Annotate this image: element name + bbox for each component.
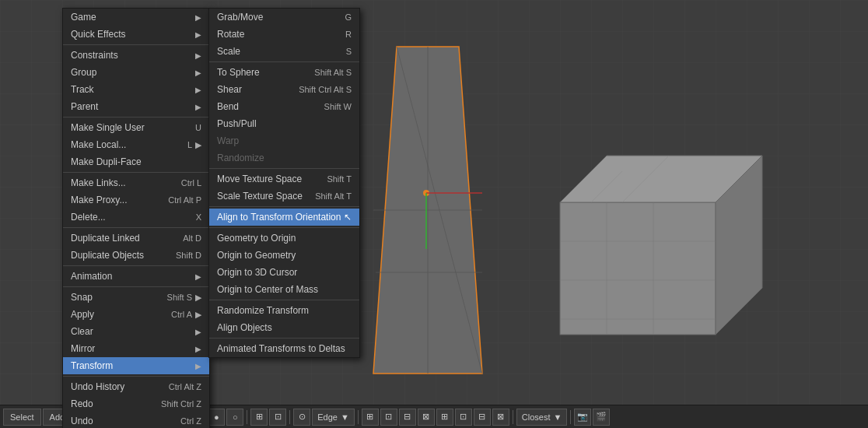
svg-rect-10 bbox=[560, 202, 716, 335]
menu-item-make-dupli-face-label: Make Dupli-Face bbox=[71, 156, 142, 167]
menu-item-duplicate-linked[interactable]: Duplicate Linked Alt D bbox=[63, 230, 209, 247]
menu-item-constraints[interactable]: Constraints ▶ bbox=[63, 47, 209, 64]
menu-sep-5 bbox=[63, 265, 209, 266]
menu2-sep-3 bbox=[209, 206, 359, 207]
menu-item-parent[interactable]: Parent ▶ bbox=[63, 98, 209, 115]
menu2-sep-6 bbox=[209, 338, 359, 339]
menu-item-clear-label: Clear bbox=[71, 326, 93, 337]
menu-item-game[interactable]: Game ▶ bbox=[63, 9, 209, 26]
menu-item-snap[interactable]: Snap Shift S ▶ bbox=[63, 289, 209, 306]
menu-item-duplicate-objects[interactable]: Duplicate Objects Shift D bbox=[63, 247, 209, 264]
menu-item-make-proxy-shortcut: Ctrl Alt P bbox=[168, 195, 201, 205]
menu-item-group[interactable]: Group ▶ bbox=[63, 64, 209, 81]
menu-item-animation[interactable]: Animation ▶ bbox=[63, 268, 209, 285]
menu-item-animation-label: Animation bbox=[71, 271, 112, 282]
snap-options[interactable]: ⊡ bbox=[269, 409, 286, 426]
icon-grid4[interactable]: ⊠ bbox=[418, 409, 435, 426]
menu-item-rotate-label: Rotate bbox=[217, 29, 244, 40]
menu-item-origin-to-3d-cursor[interactable]: Origin to 3D Cursor bbox=[209, 264, 359, 281]
menu-item-move-texture-space[interactable]: Move Texture Space Shift T bbox=[209, 170, 359, 188]
menu-item-scale-texture-space[interactable]: Scale Texture Space Shift Alt T bbox=[209, 188, 359, 205]
context-menu-level1: Game ▶ Quick Effects ▶ Constraints ▶ Gro… bbox=[62, 8, 210, 428]
menu-item-apply[interactable]: Apply Ctrl A ▶ bbox=[63, 306, 209, 323]
icon-grid7[interactable]: ⊟ bbox=[474, 409, 491, 426]
icon-render[interactable]: 🎬 bbox=[593, 409, 610, 426]
menu-item-delete-label: Delete... bbox=[71, 212, 106, 223]
menu-item-transform-arrow: ▶ bbox=[195, 362, 201, 370]
menu-item-game-label: Game bbox=[71, 12, 96, 23]
icon-grid3[interactable]: ⊟ bbox=[399, 409, 416, 426]
menu-item-to-sphere-shortcut: Shift Alt S bbox=[314, 68, 352, 77]
menu-item-randomize-transform[interactable]: Randomize Transform bbox=[209, 302, 359, 319]
menu-item-undo-history-shortcut: Ctrl Alt Z bbox=[169, 382, 201, 391]
snap-button[interactable]: ⊞ bbox=[250, 409, 268, 426]
menu-item-bend-shortcut: Shift W bbox=[324, 102, 352, 111]
menu-item-align-transform[interactable]: Align to Transform Orientation ↖ bbox=[209, 209, 359, 226]
menu2-sep-5 bbox=[209, 300, 359, 300]
icon-grid6[interactable]: ⊡ bbox=[455, 409, 472, 426]
menu-item-quick-effects-label: Quick Effects bbox=[71, 29, 125, 40]
bar-sep-5 bbox=[358, 410, 359, 424]
menu-item-make-local[interactable]: Make Local... L ▶ bbox=[63, 136, 209, 153]
menu-item-redo-label: Redo bbox=[71, 398, 93, 409]
menu-item-group-label: Group bbox=[71, 67, 96, 78]
menu2-sep-2 bbox=[209, 168, 359, 169]
menu-item-make-proxy[interactable]: Make Proxy... Ctrl Alt P bbox=[63, 191, 209, 209]
menu-item-clear-arrow: ▶ bbox=[195, 328, 201, 336]
menu-item-delete[interactable]: Delete... X bbox=[63, 209, 209, 226]
menu-item-grab-move[interactable]: Grab/Move G bbox=[209, 9, 359, 26]
menu-item-grab-move-label: Grab/Move bbox=[217, 12, 263, 23]
edge-chevron: ▼ bbox=[341, 412, 349, 422]
icon-grid8[interactable]: ⊠ bbox=[492, 409, 509, 426]
edge-dropdown[interactable]: Edge ▼ bbox=[312, 409, 355, 426]
menu-item-redo[interactable]: Redo Shift Ctrl Z bbox=[63, 395, 209, 412]
menu-item-align-transform-label: Align to Transform Orientation bbox=[217, 212, 341, 223]
proportional-edit[interactable]: ⊙ bbox=[293, 409, 310, 426]
icon-grid[interactable]: ⊞ bbox=[362, 409, 379, 426]
viewport-shading-wire[interactable]: ○ bbox=[226, 409, 243, 426]
icon-camera[interactable]: 📷 bbox=[574, 409, 591, 426]
menu-item-animation-arrow: ▶ bbox=[195, 272, 201, 281]
menu-item-clear[interactable]: Clear ▶ bbox=[63, 323, 209, 340]
menu-item-bend[interactable]: Bend Shift W bbox=[209, 98, 359, 115]
menu-item-parent-label: Parent bbox=[71, 101, 98, 112]
menu-item-mirror[interactable]: Mirror ▶ bbox=[63, 340, 209, 357]
context-menu-level2: Grab/Move G Rotate R Scale S To Sphere S… bbox=[208, 8, 360, 358]
menu-item-parent-arrow: ▶ bbox=[195, 103, 201, 111]
menu-item-grab-move-shortcut: G bbox=[345, 12, 352, 22]
menu-item-push-pull-label: Push/Pull bbox=[217, 118, 257, 129]
menu-item-rotate[interactable]: Rotate R bbox=[209, 26, 359, 43]
select-button[interactable]: Select bbox=[3, 409, 41, 426]
menu-item-track[interactable]: Track ▶ bbox=[63, 81, 209, 98]
menu-item-make-links-label: Make Links... bbox=[71, 177, 126, 188]
menu-item-undo[interactable]: Undo Ctrl Z bbox=[63, 412, 209, 428]
menu-item-undo-label: Undo bbox=[71, 416, 93, 426]
menu-item-make-local-label: Make Local... bbox=[71, 139, 126, 150]
menu-sep-4 bbox=[63, 227, 209, 228]
menu-item-align-objects[interactable]: Align Objects bbox=[209, 319, 359, 336]
menu-item-make-dupli-face[interactable]: Make Dupli-Face bbox=[63, 153, 209, 170]
viewport-shading-solid[interactable]: ● bbox=[208, 409, 225, 426]
menu-item-origin-to-geometry[interactable]: Origin to Geometry bbox=[209, 247, 359, 264]
menu-item-origin-to-center-of-mass[interactable]: Origin to Center of Mass bbox=[209, 281, 359, 298]
menu-item-push-pull[interactable]: Push/Pull bbox=[209, 115, 359, 132]
menu-item-geometry-to-origin[interactable]: Geometry to Origin bbox=[209, 230, 359, 247]
menu-item-duplicate-linked-shortcut: Alt D bbox=[183, 233, 201, 243]
menu-item-shear[interactable]: Shear Shift Ctrl Alt S bbox=[209, 81, 359, 98]
menu-item-scale[interactable]: Scale S bbox=[209, 43, 359, 60]
menu-item-undo-shortcut: Ctrl Z bbox=[180, 416, 201, 426]
menu-item-undo-history[interactable]: Undo History Ctrl Alt Z bbox=[63, 378, 209, 395]
menu-item-quick-effects[interactable]: Quick Effects ▶ bbox=[63, 26, 209, 43]
menu-item-make-single-user[interactable]: Make Single User U bbox=[63, 119, 209, 136]
icon-grid2[interactable]: ⊡ bbox=[380, 409, 397, 426]
menu-sep-1 bbox=[63, 44, 209, 45]
closest-dropdown[interactable]: Closest ▼ bbox=[516, 409, 568, 426]
menu-item-to-sphere[interactable]: To Sphere Shift Alt S bbox=[209, 64, 359, 81]
menu-item-transform[interactable]: Transform ▶ bbox=[63, 357, 209, 374]
icon-grid5[interactable]: ⊞ bbox=[436, 409, 453, 426]
menu-item-transform-label: Transform bbox=[71, 360, 113, 371]
menu-item-animated-transforms[interactable]: Animated Transforms to Deltas bbox=[209, 340, 359, 357]
menu-item-constraints-label: Constraints bbox=[71, 50, 118, 61]
menu-item-redo-shortcut: Shift Ctrl Z bbox=[161, 399, 201, 409]
menu-item-make-links[interactable]: Make Links... Ctrl L bbox=[63, 174, 209, 191]
